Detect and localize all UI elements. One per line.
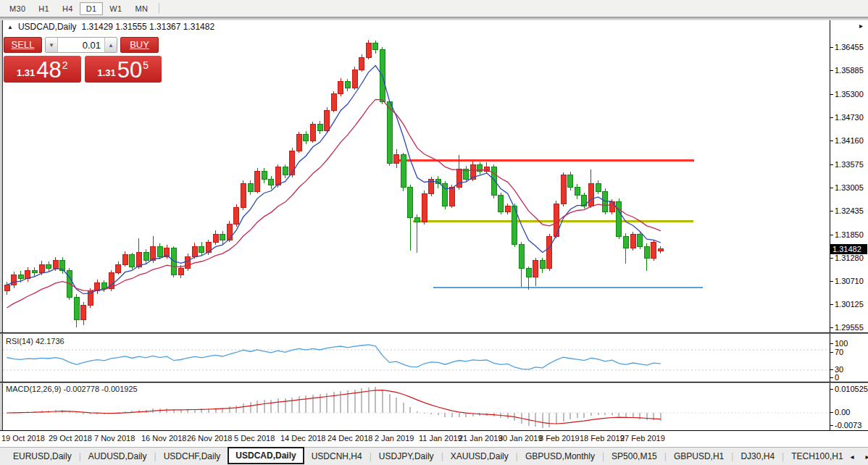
candle — [269, 176, 274, 190]
window-border-left-outer — [1, 20, 1, 431]
candle — [136, 238, 141, 269]
chart-tab-usdjpy-daily[interactable]: USDJPY,Daily — [372, 448, 441, 464]
candle — [547, 234, 552, 271]
price-axis-label-tick — [830, 188, 833, 188]
buy-price-pip: 5 — [143, 59, 149, 71]
timeframe-button-d1[interactable]: D1 — [80, 2, 104, 15]
macd-histogram-bar — [256, 401, 258, 413]
chart-tab-tech100-h1[interactable]: TECH100,H1 — [784, 448, 850, 464]
buy-price-main: 50 — [117, 59, 142, 82]
candle — [575, 184, 580, 199]
macd-histogram-bar — [583, 413, 585, 418]
candle — [651, 240, 656, 261]
candle — [304, 131, 309, 145]
volume-decrease-icon[interactable]: ▾ — [46, 38, 58, 52]
chart-symbol-period: USDCAD,Daily — [18, 22, 77, 32]
buy-price-tile[interactable]: 1.31 50 5 — [85, 56, 162, 83]
macd-histogram-bar — [577, 413, 578, 418]
macd-histogram-bar — [243, 403, 244, 413]
chart-tab-usdcnh-h4[interactable]: USDCNH,H4 — [304, 448, 370, 464]
macd-axis-label-tick — [830, 389, 833, 390]
date-axis-label: 7 Nov 2018 — [94, 434, 135, 443]
macd-histogram-bar — [430, 413, 432, 414]
macd-histogram-bar — [569, 413, 571, 419]
chart-tab-eurusd-daily[interactable]: EURUSD,Daily — [6, 448, 79, 464]
sell-button[interactable]: SELL — [4, 37, 42, 53]
volume-input[interactable] — [58, 38, 104, 52]
candle — [554, 201, 559, 238]
candle — [157, 243, 162, 259]
volume-stepper: ▾ ▴ — [45, 37, 117, 53]
macd-axis-label-tick — [830, 412, 833, 413]
candle — [429, 177, 434, 196]
tab-scroll-right-icon[interactable]: ▸ — [866, 453, 868, 461]
timeframe-button-mn[interactable]: MN — [128, 2, 154, 15]
price-axis-label: 1.30125 — [835, 300, 864, 309]
date-axis-label: 18 Feb 2019 — [580, 434, 625, 443]
chart-tab-xauusd-daily[interactable]: XAUUSD,Daily — [443, 448, 516, 464]
rsi-axis-label-tick — [830, 352, 833, 353]
candle — [596, 180, 601, 194]
macd-axis-label: 0.010525 — [835, 385, 868, 393]
timeframe-button-h1[interactable]: H1 — [32, 2, 56, 15]
chart-tab-sp500-m15[interactable]: SP500,M15 — [604, 448, 664, 464]
chart-tab-usdchf-daily[interactable]: USDCHF,Daily — [157, 448, 228, 464]
chart-tab-gbpusd-monthly[interactable]: GBPUSD,Monthly — [518, 448, 602, 464]
candle — [366, 40, 371, 59]
candle — [130, 253, 135, 270]
chart-tab-usdcad-daily[interactable]: USDCAD,Daily — [228, 447, 304, 464]
price-axis-label: 1.29555 — [835, 323, 864, 332]
chart-scroll-right-icon[interactable]: ▸ — [859, 22, 863, 30]
macd-histogram-bar — [403, 403, 404, 413]
candle — [422, 190, 427, 225]
sell-price-main: 48 — [36, 59, 61, 82]
candle — [310, 122, 315, 143]
macd-histogram-bar — [548, 413, 550, 427]
candle — [464, 166, 469, 182]
macd-histogram-bar — [382, 390, 383, 413]
macd-histogram-bar — [424, 413, 425, 414]
macd-histogram-bar — [83, 413, 84, 414]
buy-button[interactable]: BUY — [120, 37, 159, 53]
date-axis-label: 19 Oct 2018 — [1, 434, 45, 443]
rsi-indicator-canvas[interactable] — [3, 335, 830, 381]
price-axis-label: 1.34160 — [835, 136, 864, 145]
chart-tab-audusd-daily[interactable]: AUDUSD,Daily — [81, 448, 154, 464]
chart-tab-gbpusd-h1[interactable]: GBPUSD,H1 — [667, 448, 731, 464]
toolbar-divider — [159, 3, 159, 14]
rsi-axis-label: 0 — [835, 373, 839, 382]
price-axis-label-tick — [830, 327, 833, 328]
price-axis-label: 1.32435 — [835, 206, 864, 215]
candle — [533, 258, 538, 286]
timeframe-button-h4[interactable]: H4 — [56, 2, 80, 15]
timeframe-button-m30[interactable]: M30 — [3, 2, 32, 15]
sell-price-tile[interactable]: 1.31 48 2 — [4, 56, 81, 83]
chart-title: ▲ USDCAD,Daily 1.31429 1.31555 1.31367 1… — [7, 22, 214, 32]
macd-histogram-bar — [229, 406, 230, 413]
candle — [644, 243, 649, 271]
date-axis-label: 2 Jan 2019 — [375, 434, 414, 443]
macd-histogram-bar — [166, 409, 167, 413]
candle — [95, 280, 100, 294]
price-axis-label: 1.31280 — [835, 254, 864, 262]
timeframe-button-w1[interactable]: W1 — [103, 2, 128, 15]
macd-histogram-bar — [270, 400, 272, 413]
price-axis-label-tick — [830, 211, 833, 211]
collapse-panel-icon[interactable]: ▲ — [7, 24, 13, 30]
price-axis-label-tick — [830, 47, 833, 48]
rsi-axis-label-tick — [830, 369, 833, 370]
candle — [283, 164, 288, 178]
price-axis-label: 1.35885 — [835, 66, 864, 75]
price-axis-label: 1.33005 — [835, 183, 864, 192]
candle — [623, 233, 628, 264]
macd-histogram-bar — [235, 406, 237, 413]
price-axis-label-tick — [830, 235, 833, 235]
tab-scroll-left-icon[interactable]: ◂ — [851, 453, 854, 461]
chart-tab-dj30-h4[interactable]: DJ30,H4 — [733, 448, 782, 464]
macd-histogram-bar — [444, 413, 446, 417]
candle — [505, 204, 510, 214]
volume-increase-icon[interactable]: ▴ — [104, 38, 117, 52]
tab-scroll-arrows: ◂▸ — [851, 453, 868, 461]
candle — [519, 242, 524, 287]
macd-histogram-bar — [646, 413, 648, 420]
